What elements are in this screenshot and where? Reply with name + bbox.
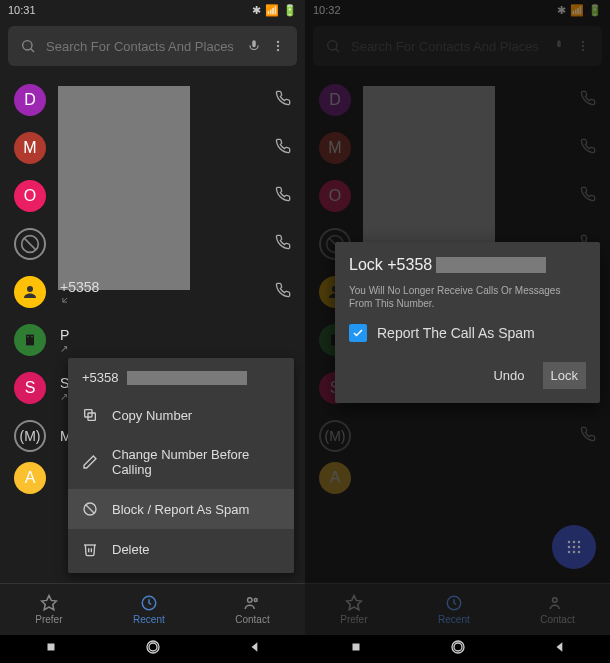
svg-point-3 xyxy=(277,45,279,47)
bluetooth-icon: ✱ xyxy=(557,4,566,17)
avatar: D xyxy=(14,84,46,116)
svg-line-8 xyxy=(63,298,67,302)
menu-copy-number[interactable]: Copy Number xyxy=(68,395,294,435)
redacted-inline xyxy=(436,257,546,273)
nav-label: Prefer xyxy=(35,614,62,625)
mic-icon[interactable] xyxy=(247,39,261,53)
phone-icon[interactable] xyxy=(580,426,596,446)
nav-prefer[interactable]: Prefer xyxy=(35,594,62,625)
avatar: O xyxy=(14,180,46,212)
menu-number: +5358 xyxy=(82,370,119,385)
phone-icon[interactable] xyxy=(580,90,596,110)
dialog-subtitle: You Will No Longer Receive Calls Or Mess… xyxy=(349,284,586,310)
list-item[interactable] xyxy=(0,220,305,268)
dialog-checkbox-row[interactable]: Report The Call As Spam xyxy=(349,324,586,342)
svg-marker-16 xyxy=(41,596,56,610)
system-nav xyxy=(0,635,305,663)
status-bar: 10:31 ✱ 📶 🔋 xyxy=(0,0,305,20)
list-item[interactable]: M xyxy=(305,124,610,172)
report-spam-checkbox[interactable] xyxy=(349,324,367,342)
call-direction xyxy=(60,295,261,305)
signal-icon: 📶 xyxy=(570,4,584,17)
svg-point-19 xyxy=(255,599,258,602)
nav-recents-icon[interactable] xyxy=(44,640,58,658)
menu-header: +5358 xyxy=(68,370,294,395)
svg-line-25 xyxy=(336,49,339,52)
phone-icon[interactable] xyxy=(275,234,291,254)
list-item[interactable]: P ↗ xyxy=(0,316,305,364)
list-item[interactable]: O xyxy=(305,172,610,220)
redacted-inline xyxy=(127,371,247,385)
search-input[interactable] xyxy=(351,39,542,54)
dialpad-fab[interactable] xyxy=(552,525,596,569)
nav-recent[interactable]: Recent xyxy=(438,594,470,625)
menu-block-report[interactable]: Block / Report As Spam xyxy=(68,489,294,529)
nav-contact[interactable]: Contact xyxy=(540,594,574,625)
svg-point-4 xyxy=(277,49,279,51)
list-item[interactable]: (M) xyxy=(305,412,610,460)
phone-icon[interactable] xyxy=(275,90,291,110)
list-item[interactable]: +5358 xyxy=(0,268,305,316)
list-item[interactable]: M xyxy=(0,124,305,172)
nav-back-icon[interactable] xyxy=(553,640,567,658)
checkbox-label: Report The Call As Spam xyxy=(377,325,535,341)
svg-line-15 xyxy=(86,505,94,513)
svg-marker-48 xyxy=(556,642,562,651)
undo-button[interactable]: Undo xyxy=(485,362,532,389)
list-item[interactable]: A xyxy=(305,460,610,502)
list-item[interactable]: O xyxy=(0,172,305,220)
bottom-nav: Prefer Recent Contact xyxy=(0,583,305,635)
copy-icon xyxy=(82,407,98,423)
avatar: (M) xyxy=(319,420,351,452)
svg-rect-9 xyxy=(26,335,34,346)
svg-point-35 xyxy=(578,541,581,544)
avatar: A xyxy=(319,462,351,494)
status-time: 10:32 xyxy=(313,4,341,16)
nav-contact[interactable]: Contact xyxy=(235,594,269,625)
avatar xyxy=(14,324,46,356)
phone-right: 10:32 ✱ 📶 🔋 D M O S (M) A Lock +5358 You… xyxy=(305,0,610,663)
phone-icon[interactable] xyxy=(275,282,291,302)
avatar: O xyxy=(319,180,351,212)
svg-point-36 xyxy=(568,546,571,549)
search-bar[interactable] xyxy=(313,26,602,66)
menu-edit-number[interactable]: Change Number Before Calling xyxy=(68,435,294,489)
signal-icon: 📶 xyxy=(265,4,279,17)
avatar: D xyxy=(319,84,351,116)
svg-point-37 xyxy=(573,546,576,549)
mic-icon[interactable] xyxy=(552,39,566,53)
more-icon[interactable] xyxy=(271,39,285,53)
nav-home-icon[interactable] xyxy=(145,639,161,659)
svg-point-46 xyxy=(454,643,462,651)
nav-home-icon[interactable] xyxy=(450,639,466,659)
nav-recent[interactable]: Recent xyxy=(133,594,165,625)
nav-back-icon[interactable] xyxy=(248,640,262,658)
nav-prefer[interactable]: Prefer xyxy=(340,594,367,625)
list-item[interactable]: D xyxy=(305,76,610,124)
search-input[interactable] xyxy=(46,39,237,54)
phone-icon[interactable] xyxy=(275,138,291,158)
nav-label: Contact xyxy=(540,614,574,625)
phone-icon[interactable] xyxy=(275,186,291,206)
svg-marker-42 xyxy=(346,596,361,610)
avatar xyxy=(14,276,46,308)
phone-icon[interactable] xyxy=(580,186,596,206)
bottom-nav: Prefer Recent Contact xyxy=(305,583,610,635)
lock-button[interactable]: Lock xyxy=(543,362,586,389)
svg-point-24 xyxy=(328,41,337,50)
svg-rect-10 xyxy=(27,336,28,337)
avatar: M xyxy=(14,132,46,164)
phone-icon[interactable] xyxy=(580,138,596,158)
search-bar[interactable] xyxy=(8,26,297,66)
block-icon xyxy=(82,501,98,517)
nav-label: Contact xyxy=(235,614,269,625)
menu-label: Block / Report As Spam xyxy=(112,502,249,517)
menu-delete[interactable]: Delete xyxy=(68,529,294,569)
svg-marker-23 xyxy=(251,642,257,651)
avatar: S xyxy=(14,372,46,404)
more-icon[interactable] xyxy=(576,39,590,53)
list-item[interactable]: D xyxy=(0,76,305,124)
status-icons: ✱ 📶 🔋 xyxy=(557,4,602,17)
nav-recents-icon[interactable] xyxy=(349,640,363,658)
svg-point-34 xyxy=(573,541,576,544)
